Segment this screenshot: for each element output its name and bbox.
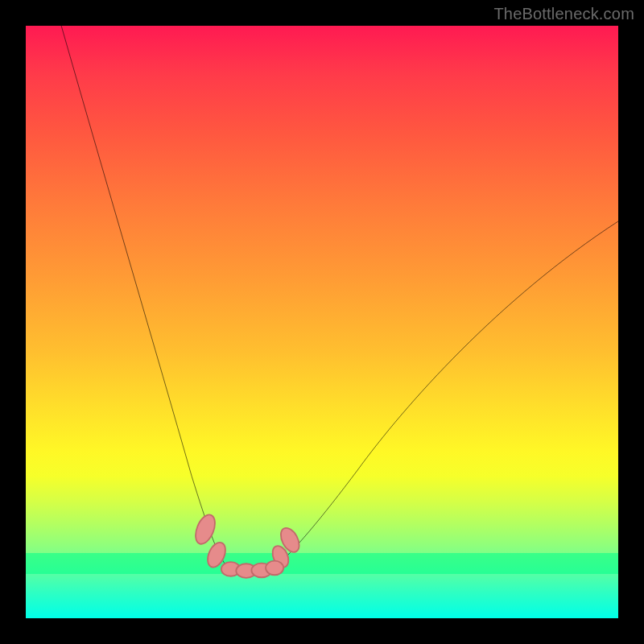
bottleneck-curve xyxy=(61,26,618,570)
valley-marker-group xyxy=(192,512,303,578)
watermark-text: TheBottleneck.com xyxy=(493,5,634,23)
marker-left-upper xyxy=(192,512,218,547)
plot-area xyxy=(26,26,618,618)
curve-layer xyxy=(26,26,618,618)
marker-floor-4 xyxy=(266,561,283,576)
chart-frame xyxy=(0,0,644,644)
